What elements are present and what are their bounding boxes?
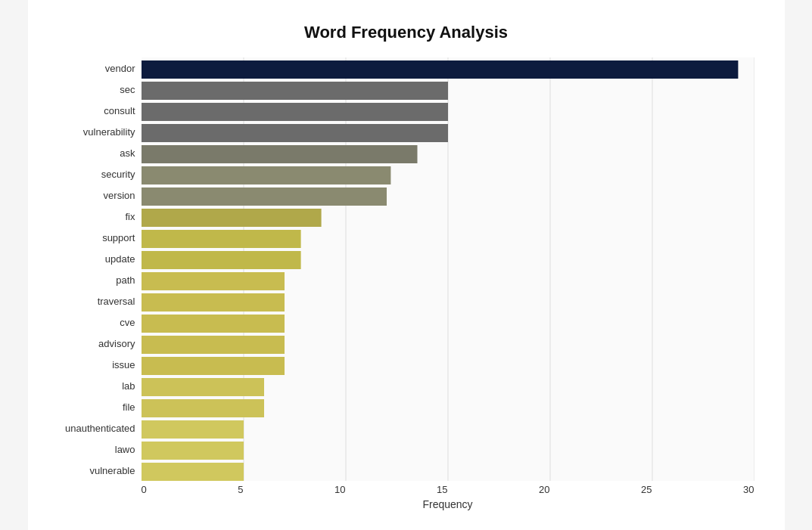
x-axis-labels: 051015202530: [142, 484, 754, 495]
bar-path: [142, 272, 285, 290]
bar-ask: [142, 145, 418, 163]
x-axis-label-0: 0: [142, 484, 147, 495]
y-label-cve: cve: [58, 311, 142, 333]
x-axis-label-10: 10: [334, 484, 345, 495]
bar-security: [142, 166, 390, 184]
x-axis-label-5: 5: [238, 484, 243, 495]
y-label-file: file: [58, 396, 142, 417]
chart-title: Word Frequency Analysis: [58, 23, 754, 42]
bar-sec: [142, 82, 448, 100]
y-label-update: update: [58, 248, 142, 269]
bar-version: [142, 188, 387, 206]
y-label-vulnerable: vulnerable: [58, 460, 142, 481]
y-label-issue: issue: [58, 354, 142, 375]
y-label-traversal: traversal: [58, 290, 142, 311]
bar-consult: [142, 103, 448, 121]
y-label-consult: consult: [58, 100, 142, 121]
x-axis-label-20: 20: [539, 484, 549, 495]
y-label-path: path: [58, 269, 142, 290]
y-label-support: support: [58, 227, 142, 248]
y-label-vendor: vendor: [58, 57, 142, 79]
y-label-unauthenticated: unauthenticated: [58, 417, 142, 439]
y-label-lawo: lawo: [58, 439, 142, 460]
bars-svg: [142, 57, 754, 481]
bar-vulnerability: [142, 124, 448, 142]
bar-unauthenticated: [142, 420, 244, 439]
bars-area: 051015202530 Frequency: [142, 57, 754, 510]
y-label-sec: sec: [58, 79, 142, 100]
y-label-vulnerability: vulnerability: [58, 121, 142, 142]
x-axis-label-25: 25: [641, 484, 652, 495]
grid-bars: [142, 57, 754, 481]
bar-traversal: [142, 293, 285, 311]
chart-inner: vendorsecconsultvulnerabilityasksecurity…: [58, 57, 754, 510]
x-axis-label-30: 30: [743, 484, 754, 495]
bar-vulnerable: [142, 463, 244, 481]
bar-issue: [142, 357, 285, 375]
bar-support: [142, 230, 301, 248]
y-label-ask: ask: [58, 142, 142, 163]
bar-advisory: [142, 336, 285, 354]
y-label-advisory: advisory: [58, 333, 142, 354]
bar-vendor: [142, 60, 738, 79]
y-axis: vendorsecconsultvulnerabilityasksecurity…: [58, 57, 142, 510]
x-axis-title: Frequency: [142, 498, 754, 510]
y-label-lab: lab: [58, 375, 142, 396]
chart-container: Word Frequency Analysis vendorsecconsult…: [28, 0, 785, 530]
bar-lab: [142, 378, 264, 396]
y-label-fix: fix: [58, 206, 142, 227]
bar-file: [142, 399, 264, 417]
x-axis-label-15: 15: [437, 484, 447, 495]
bar-update: [142, 251, 301, 269]
y-label-version: version: [58, 184, 142, 206]
bar-lawo: [142, 442, 244, 460]
bar-cve: [142, 315, 285, 333]
bar-fix: [142, 209, 322, 227]
y-label-security: security: [58, 163, 142, 184]
